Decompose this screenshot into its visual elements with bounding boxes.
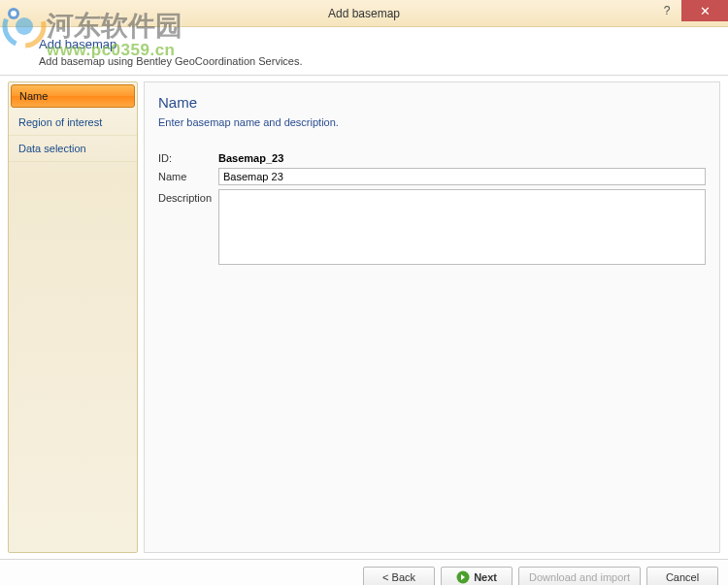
svg-point-4 [11, 11, 17, 16]
id-value: Basemap_23 [218, 149, 283, 164]
step-title: Name [158, 94, 706, 111]
next-button[interactable]: Next [441, 567, 513, 586]
wizard-steps-sidebar: Name Region of interest Data selection [8, 81, 138, 553]
close-button[interactable]: ✕ [681, 0, 728, 21]
cancel-button[interactable]: Cancel [646, 567, 718, 586]
wizard-content: Name Enter basemap name and description.… [144, 81, 720, 553]
wizard-footer: < Back Next Download and import Cancel [0, 559, 728, 585]
sidebar-step-region[interactable]: Region of interest [9, 110, 137, 136]
sidebar-step-name[interactable]: Name [11, 84, 135, 108]
step-subtitle: Enter basemap name and description. [158, 116, 706, 128]
id-row: ID: Basemap_23 [158, 149, 706, 164]
description-label: Description [158, 189, 218, 204]
id-label: ID: [158, 149, 218, 164]
wizard-body: Name Region of interest Data selection N… [0, 76, 728, 559]
download-import-button: Download and import [518, 567, 641, 586]
back-button[interactable]: < Back [363, 567, 435, 586]
sidebar-step-data[interactable]: Data selection [9, 136, 137, 162]
name-row: Name [158, 168, 706, 185]
description-textarea[interactable] [218, 189, 706, 265]
app-icon [6, 6, 21, 21]
help-button[interactable]: ? [652, 0, 681, 21]
page-title: Add basemap [39, 37, 718, 51]
wizard-header: Add basemap Add basemap using Bentley Ge… [0, 27, 728, 76]
next-label: Next [474, 571, 497, 583]
window-title: Add basemap [328, 7, 400, 20]
name-label: Name [158, 168, 218, 182]
titlebar: Add basemap ? ✕ [0, 0, 728, 27]
next-arrow-icon [456, 570, 470, 584]
sidebar-item-label: Data selection [18, 143, 86, 154]
name-input[interactable] [218, 168, 706, 185]
sidebar-item-label: Region of interest [18, 116, 102, 128]
page-subtitle: Add basemap using Bentley GeoCoordinatio… [39, 55, 718, 67]
description-row: Description [158, 189, 706, 265]
sidebar-item-label: Name [19, 90, 48, 102]
